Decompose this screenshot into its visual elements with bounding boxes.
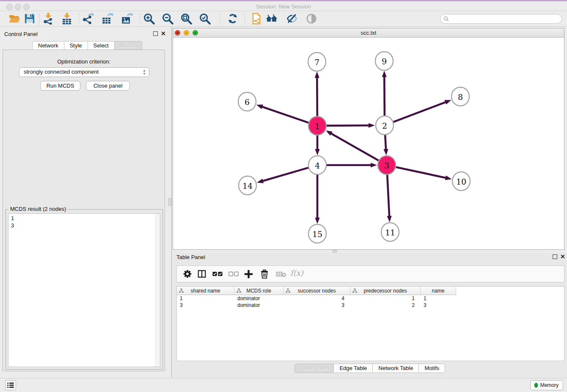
tab-network-table[interactable]: Network Table: [372, 364, 419, 373]
zoom-in-icon[interactable]: [143, 13, 155, 25]
control-panel: Control Panel ✕ Network Style Select MCD…: [0, 27, 168, 378]
graph-edge-arrowhead: [371, 163, 377, 167]
table-row[interactable]: 1 dominator 4 1 1: [177, 295, 456, 302]
cell-mcds-role[interactable]: dominator: [234, 302, 284, 309]
search-input[interactable]: [440, 14, 562, 24]
memory-status-icon: [534, 382, 538, 388]
control-panel-title: Control Panel: [4, 31, 38, 37]
cell-name[interactable]: 1: [421, 295, 456, 302]
graph-node-label: 7: [314, 58, 319, 67]
cell-successor-nodes[interactable]: 4: [284, 295, 350, 302]
tab-motifs[interactable]: Motifs: [418, 364, 445, 373]
cell-predecessor-nodes[interactable]: 1: [350, 295, 421, 302]
graph-edge-4-14[interactable]: [261, 168, 308, 181]
export-table-icon[interactable]: [102, 13, 113, 25]
table-row[interactable]: 3 dominator 3 2 3: [177, 302, 456, 309]
save-session-icon[interactable]: [24, 13, 36, 25]
tab-node-table[interactable]: Node Table: [295, 364, 334, 373]
show-column-panel-icon[interactable]: [197, 269, 206, 279]
toggle-view-icon[interactable]: [306, 13, 317, 25]
export-network-icon[interactable]: [82, 13, 94, 25]
column-header-successor-nodes[interactable]: successor nodes: [284, 287, 350, 295]
graph-edge-3-1[interactable]: [330, 133, 379, 160]
column-header-mcds-role[interactable]: MCDS role: [234, 287, 284, 295]
control-panel-float-icon[interactable]: [153, 31, 158, 36]
run-mcds-button[interactable]: Run MCDS: [40, 81, 80, 91]
graph-edge-3-11[interactable]: [387, 174, 389, 218]
network-window-titlebar[interactable]: ✕ − + scc.txt: [173, 28, 564, 38]
import-network-icon[interactable]: [42, 13, 54, 25]
cell-name[interactable]: 3: [421, 302, 456, 309]
graph-edge-arrowhead: [444, 100, 451, 105]
close-panel-button[interactable]: Close panel: [86, 81, 130, 91]
graph-edge-1-2[interactable]: [327, 125, 370, 126]
graph-edge-2-9[interactable]: [384, 75, 385, 116]
graph-edge-arrowhead: [369, 123, 375, 128]
main-toolbar: [0, 11, 567, 27]
cell-predecessor-nodes[interactable]: 2: [350, 302, 421, 309]
optimization-criterion-select[interactable]: strongly connected component ▲▼: [19, 67, 149, 77]
graph-edge-arrowhead: [256, 105, 263, 109]
mcds-result-line: 1: [11, 215, 160, 222]
column-header-predecessor-nodes[interactable]: predecessor nodes: [350, 287, 421, 295]
tab-select[interactable]: Select: [88, 41, 115, 50]
show-all-networks-icon[interactable]: [266, 13, 278, 25]
network-canvas[interactable]: 1234678910111415: [173, 38, 564, 250]
hide-selected-icon[interactable]: [286, 13, 298, 25]
app-title: Session: New Session: [0, 3, 567, 10]
graph-edge-2-3[interactable]: [385, 135, 386, 151]
column-header-name[interactable]: name: [421, 287, 456, 295]
vertical-split-divider[interactable]: [168, 27, 173, 378]
horizontal-split-grip[interactable]: [333, 250, 337, 253]
graph-node-label: 1: [315, 121, 320, 131]
open-session-icon[interactable]: [8, 13, 20, 25]
graph-edge-arrowhead: [445, 176, 452, 180]
create-column-plus-icon[interactable]: [244, 269, 253, 279]
refresh-icon[interactable]: [227, 13, 239, 25]
toolbar-separator: [39, 14, 39, 25]
cell-shared-name[interactable]: 3: [177, 302, 234, 309]
cell-shared-name[interactable]: 1: [177, 295, 234, 302]
memory-button[interactable]: Memory: [530, 380, 563, 390]
import-table-icon[interactable]: [61, 13, 73, 25]
list-icon: [7, 382, 14, 388]
graph-node-label: 10: [456, 177, 466, 186]
control-panel-close-icon[interactable]: ✕: [161, 30, 166, 36]
table-panel-close-icon[interactable]: ✕: [560, 254, 565, 259]
zoom-out-icon[interactable]: [162, 13, 173, 25]
optimization-criterion-label: Optimization criterion:: [3, 58, 165, 65]
delete-table-icon: [276, 271, 286, 277]
table-panel-float-icon[interactable]: [553, 254, 557, 259]
clone-network-icon[interactable]: [250, 13, 262, 25]
zoom-fit-icon[interactable]: [180, 13, 192, 25]
zoom-selected-icon[interactable]: [199, 13, 211, 25]
mcds-result-fieldset: MCDS result (2 nodes) 1 3: [6, 209, 163, 370]
toolbar-separator: [245, 14, 245, 25]
node-table: shared name MCDS role successor nodes pr…: [176, 286, 564, 361]
split-grip-icon[interactable]: [168, 198, 171, 206]
tab-style[interactable]: Style: [64, 41, 88, 50]
graph-edge-1-6[interactable]: [261, 106, 308, 123]
mcds-result-line: 3: [11, 222, 160, 229]
column-header-shared-name[interactable]: shared name: [177, 287, 234, 295]
graph-node-label: 2: [382, 121, 387, 130]
task-history-button[interactable]: [5, 380, 16, 390]
deselect-all-columns-icon[interactable]: [228, 271, 239, 276]
graph-edge-3-10[interactable]: [396, 167, 447, 178]
graph-edge-2-8[interactable]: [394, 102, 447, 122]
graph-edge-1-7[interactable]: [317, 76, 317, 116]
cell-successor-nodes[interactable]: 3: [284, 302, 350, 309]
tab-network[interactable]: Network: [32, 41, 64, 50]
mcds-result-scrollbar[interactable]: [155, 214, 160, 367]
delete-column-trash-icon[interactable]: [260, 269, 269, 279]
function-builder-fx-icon: f(x): [290, 268, 303, 277]
select-all-columns-icon[interactable]: [212, 271, 223, 276]
cell-mcds-role[interactable]: dominator: [234, 295, 284, 302]
table-settings-gear-icon[interactable]: [183, 269, 192, 279]
export-image-icon[interactable]: [121, 13, 133, 25]
graph-edge-arrowhead: [257, 179, 264, 183]
column-namespace-icon: [179, 288, 184, 293]
tab-mcds[interactable]: MCDS: [114, 41, 142, 50]
mcds-result-textarea[interactable]: 1 3: [8, 213, 160, 367]
tab-edge-table[interactable]: Edge Table: [333, 364, 373, 373]
